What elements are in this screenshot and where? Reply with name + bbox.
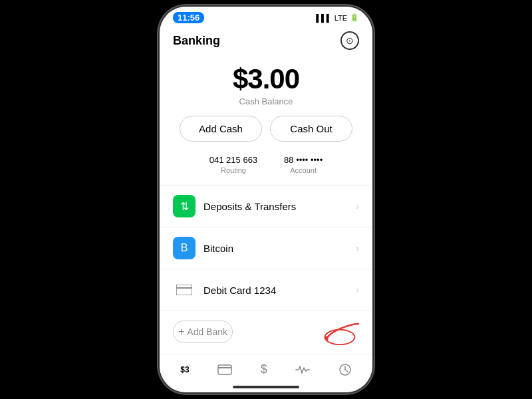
screen-content: Banking ⊙ $3.00 Cash Balance Add Cash Ca… xyxy=(160,26,372,354)
home-indicator xyxy=(160,382,372,392)
svg-rect-0 xyxy=(176,285,192,295)
bitcoin-icon: B xyxy=(173,237,196,259)
status-time: 11:56 xyxy=(173,12,204,23)
nav-clock-icon xyxy=(338,363,352,376)
phone-frame: 11:56 ▌▌▌ LTE 🔋 Banking ⊙ $3.00 Cash Bal… xyxy=(160,7,372,392)
add-bank-row[interactable]: + Add Bank xyxy=(160,311,372,352)
menu-list: ⇅ Deposits & Transfers › B Bitcoin › Deb… xyxy=(160,186,372,311)
profile-button[interactable]: ⊙ xyxy=(340,31,359,50)
nav-dollar-icon: $ xyxy=(261,362,267,376)
arrow-annotation xyxy=(319,319,366,345)
balance-section: $3.00 Cash Balance xyxy=(160,57,372,116)
page-title: Banking xyxy=(173,34,220,48)
network-label: LTE xyxy=(334,14,347,22)
add-bank-plus-icon: + xyxy=(178,326,184,338)
signal-icon: ▌▌▌ xyxy=(316,14,331,22)
account-info: 88 •••• •••• Account xyxy=(284,155,323,174)
add-bank-label: Add Bank xyxy=(187,327,227,337)
svg-rect-4 xyxy=(218,365,231,374)
nav-balance-label: $3 xyxy=(180,365,189,374)
bottom-nav: $3 $ xyxy=(160,354,372,382)
svg-point-3 xyxy=(325,330,355,344)
nav-activity[interactable] xyxy=(290,362,315,378)
nav-card[interactable] xyxy=(212,362,237,378)
bitcoin-label: Bitcoin xyxy=(203,243,356,254)
status-bar: 11:56 ▌▌▌ LTE 🔋 xyxy=(160,7,372,26)
deposits-icon: ⇅ xyxy=(173,195,196,217)
deposits-transfers-item[interactable]: ⇅ Deposits & Transfers › xyxy=(160,186,372,227)
balance-amount: $3.00 xyxy=(173,63,359,95)
header: Banking ⊙ xyxy=(160,26,372,57)
add-bank-button[interactable]: + Add Bank xyxy=(173,321,233,343)
svg-line-8 xyxy=(345,370,348,372)
nav-activity-icon xyxy=(295,364,310,375)
bitcoin-item[interactable]: B Bitcoin › xyxy=(160,227,372,269)
routing-number: 041 215 663 xyxy=(209,155,257,165)
bitcoin-chevron: › xyxy=(356,243,359,253)
deposits-label: Deposits & Transfers xyxy=(203,201,356,212)
debit-card-chevron: › xyxy=(356,285,359,295)
nav-dollar[interactable]: $ xyxy=(255,360,273,379)
debit-card-item[interactable]: Debit Card 1234 › xyxy=(160,269,372,311)
account-label: Account xyxy=(284,166,323,174)
action-buttons: Add Cash Cash Out xyxy=(160,116,372,152)
balance-label: Cash Balance xyxy=(173,96,359,106)
status-icons: ▌▌▌ LTE 🔋 xyxy=(316,13,359,22)
nav-balance[interactable]: $3 xyxy=(175,362,194,377)
profile-icon: ⊙ xyxy=(346,35,354,46)
nav-clock[interactable] xyxy=(333,360,357,379)
debit-card-icon xyxy=(173,279,196,301)
add-cash-button[interactable]: Add Cash xyxy=(180,116,262,142)
bank-info: 041 215 663 Routing 88 •••• •••• Account xyxy=(160,152,372,185)
deposits-chevron: › xyxy=(356,201,359,211)
home-bar xyxy=(233,386,299,388)
nav-card-icon xyxy=(217,364,232,375)
debit-card-label: Debit Card 1234 xyxy=(203,285,356,296)
account-number: 88 •••• •••• xyxy=(284,155,323,165)
routing-label: Routing xyxy=(209,166,257,174)
battery-icon: 🔋 xyxy=(350,13,359,22)
routing-info: 041 215 663 Routing xyxy=(209,155,257,174)
cash-out-button[interactable]: Cash Out xyxy=(270,116,352,142)
